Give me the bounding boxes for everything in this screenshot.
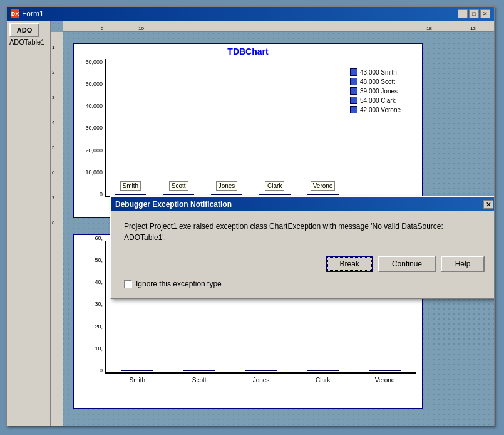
y-label: 40,000 [85,103,103,109]
chart-inner: 60,000 50,000 40,000 30,000 20,000 10,00… [74,59,422,213]
y-label: 60,000 [85,59,103,65]
form-area: 5 10 18 13 1 2 3 4 5 6 7 8 TDBChart [51,21,494,426]
checkbox-label: Ignore this exception type [136,280,222,288]
dialog-checkbox-row: Ignore this exception type [124,280,485,288]
chart-legend: 43,000 Smith 48,000 Scott 39,000 Jones [347,59,416,197]
main-window: DX Form1 – □ ✕ ADO ADOTable1 5 10 18 13 [6,6,495,426]
bar-2-scott [183,370,215,371]
bar-2-bottom-smith: Smith [130,377,146,384]
legend-color-verone [350,106,357,113]
y-axis: 60,000 50,000 40,000 30,000 20,000 10,00… [74,59,105,197]
bar-label-scott: Scott [169,181,188,191]
y-label-2: 40, [95,279,103,285]
ruler-left: 1 2 3 4 5 6 7 8 [51,32,63,426]
bar-label-verone: Verone [311,181,336,191]
ruler-top: 5 10 18 13 [63,21,494,32]
continue-button[interactable]: Continue [378,256,436,272]
minimize-button[interactable]: – [458,9,468,18]
bar-2-clark [307,370,339,371]
legend-label-jones: 39,000 Jones [360,88,398,95]
bar-2-bottom-scott: Scott [192,377,207,384]
bar-2-bottom-clark: Clark [316,377,330,384]
dialog-close-button[interactable]: ✕ [483,200,493,209]
y-label-2: 60, [95,235,103,241]
ruler-mark: 5 [52,145,54,150]
legend-label-clark: 54,000 Clark [360,97,396,104]
ado-label: ADO [17,26,32,34]
dialog-title: Debugger Exception Notification [115,200,232,209]
bar-2-bottom-jones: Jones [253,377,270,384]
break-button[interactable]: Break [326,256,373,272]
y-label-2: 10, [95,345,103,352]
y-label: 50,000 [85,81,103,87]
ado-button[interactable]: ADO [9,23,39,37]
legend-item-verone: 42,000 Verone [350,106,413,113]
y-label: 30,000 [85,125,103,131]
ruler-mark: 4 [52,120,54,125]
y-label-2: 30, [95,301,103,307]
close-button[interactable]: ✕ [480,9,490,18]
bar-2-verone [369,370,401,371]
y-label-2: 50, [95,257,103,263]
y-axis-2: 60, 50, 40, 30, 20, 10, 0 [74,235,105,374]
title-bar-controls: – □ ✕ [458,9,490,18]
bar-label-clark: Clark [265,181,284,191]
bar-group-2-verone: Verone [354,370,416,372]
bar-group-2-scott: Scott [168,370,230,372]
legend-color-smith [350,68,357,76]
bar-smith [115,194,146,195]
legend-item-jones: 39,000 Jones [350,87,413,95]
bar-verone [307,194,339,195]
legend-label-scott: 48,000 Scott [360,78,395,85]
legend-item-smith: 43,000 Smith [350,68,413,76]
ruler-mark: 7 [52,195,54,201]
bar-label-jones: Jones [216,181,238,191]
ruler-mark: 6 [52,170,54,176]
ruler-mark: 5 [101,26,103,31]
legend-label-verone: 42,000 Verone [360,107,401,113]
ruler-mark: 10 [138,26,144,31]
dx-icon: DX [11,9,19,18]
dialog-box: Debugger Exception Notification ✕ Projec… [110,196,494,299]
dialog-buttons: Break Continue Help [124,256,485,272]
window-title: Form1 [22,9,44,18]
ruler-mark: 8 [52,220,54,226]
main-content: ADO ADOTable1 5 10 18 13 1 2 3 4 5 6 7 [7,21,494,426]
bar-group-2-clark: Clark [292,370,354,372]
bar-clark [259,194,291,195]
y-label-2: 0 [100,367,103,374]
y-label: 10,000 [85,169,103,176]
dialog-message: Project Project1.exe raised exception cl… [124,221,485,243]
bar-2-jones [245,370,277,371]
legend-item-clark: 54,000 Clark [350,97,413,104]
ruler-mark: 3 [52,95,54,100]
legend-color-scott [350,78,357,85]
maximize-button[interactable]: □ [469,9,479,18]
ignore-checkbox[interactable] [124,280,132,288]
bar-2-smith [121,370,153,371]
ruler-mark: 13 [470,26,476,31]
help-button[interactable]: Help [441,256,485,272]
ado-table-label: ADOTable1 [9,38,48,46]
bar-group-2-smith: Smith [106,370,168,372]
legend-label-smith: 43,000 Smith [360,69,397,76]
sidebar: ADO ADOTable1 [7,21,51,426]
dialog-content: Project Project1.exe raised exception cl… [111,211,494,298]
title-bar: DX Form1 – □ ✕ [7,7,494,21]
ruler-mark: 2 [52,70,54,75]
bar-label-smith: Smith [120,181,141,191]
ruler-mark: 18 [426,26,432,31]
bar-jones [211,194,242,195]
y-label: 0 [100,191,103,197]
legend-color-clark [350,97,357,104]
y-label: 20,000 [85,147,103,154]
ruler-mark: 1 [52,45,54,50]
bar-2-bottom-verone: Verone [375,377,395,384]
chart-title: TDBChart [74,44,422,59]
chart-container-1: TDBChart 60,000 50,000 40,000 30,000 20,… [73,43,423,218]
title-bar-left: DX Form1 [11,9,44,18]
bar-group-2-jones: Jones [230,370,292,372]
legend-color-jones [350,87,357,95]
bar-scott [163,194,194,195]
legend-item-scott: 48,000 Scott [350,78,413,85]
